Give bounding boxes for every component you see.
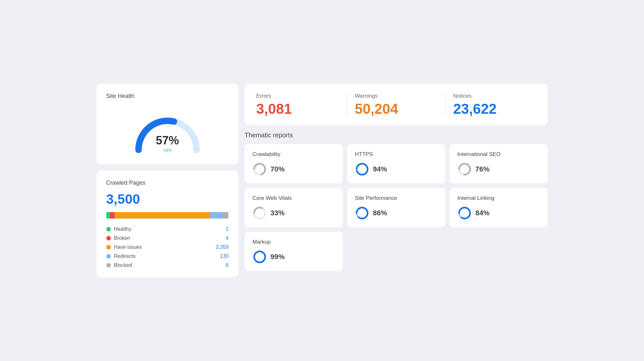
legend-label: Have issues	[114, 244, 213, 250]
report-card[interactable]: Crawlability 70%	[245, 144, 343, 183]
donut-chart	[355, 162, 369, 176]
report-name: Markup	[253, 239, 335, 245]
bar-segment	[115, 212, 210, 219]
crawled-pages-title: Crawled Pages	[106, 180, 229, 186]
svg-point-3	[357, 164, 368, 175]
report-card[interactable]: International SEO 76%	[450, 144, 548, 183]
donut-chart	[457, 162, 472, 176]
report-percent: 76%	[476, 165, 490, 173]
legend-label: Redirects	[114, 253, 217, 259]
legend-dot	[106, 263, 111, 268]
report-percent: 33%	[271, 209, 285, 217]
svg-point-9	[357, 208, 368, 219]
gauge-container: 57% +4%	[106, 105, 229, 156]
list-item: Have issues 3,359	[106, 244, 229, 250]
site-health-card: Site Health 57% +4%	[97, 84, 238, 164]
list-item: Blocked 6	[106, 262, 229, 268]
donut-chart	[253, 206, 267, 220]
report-name: Crawlability	[253, 151, 335, 158]
legend-value: 1	[226, 226, 229, 232]
errors-value: 3,081	[256, 102, 339, 116]
thematic-title: Thematic reports	[245, 132, 548, 139]
report-name: Internal Linking	[457, 195, 540, 201]
report-percent: 86%	[373, 209, 387, 217]
metrics-card: Errors 3,081 Warnings 50,204 Notices 23,…	[245, 84, 548, 125]
legend-list: Healthy 1 Broken 4 Have issues 3,359 Red…	[106, 226, 229, 268]
notices-metric: Notices 23,622	[446, 93, 536, 116]
report-name: Core Web Vitals	[253, 195, 335, 201]
warnings-metric: Warnings 50,204	[347, 93, 445, 116]
report-metric: 76%	[457, 162, 540, 176]
site-health-title: Site Health	[106, 93, 229, 100]
bar-segment	[110, 212, 115, 219]
donut-chart	[355, 206, 369, 220]
report-metric: 70%	[253, 162, 335, 176]
legend-dot	[106, 227, 111, 231]
report-metric: 86%	[355, 206, 437, 220]
report-name: HTTPS	[355, 151, 437, 158]
donut-chart	[253, 162, 267, 176]
bar-segment	[210, 212, 222, 219]
errors-label: Errors	[256, 93, 339, 99]
legend-label: Broken	[114, 235, 223, 241]
svg-point-13	[254, 251, 265, 262]
report-metric: 99%	[253, 250, 335, 264]
bar-segment	[222, 212, 228, 219]
crawled-pages-card: Crawled Pages 3,500 Healthy 1 Broken 4 H…	[97, 171, 238, 277]
report-metric: 33%	[253, 206, 335, 220]
donut-chart	[253, 250, 267, 264]
reports-grid: Crawlability 70% HTTPS 94% Internation	[245, 144, 548, 271]
legend-value: 6	[226, 262, 229, 268]
list-item: Healthy 1	[106, 226, 229, 232]
legend-dot	[106, 245, 111, 249]
report-percent: 94%	[373, 165, 387, 173]
list-item: Broken 4	[106, 235, 229, 241]
report-card[interactable]: Core Web Vitals 33%	[245, 188, 343, 227]
dashboard: Site Health 57% +4% Crawled Pages 3,500	[97, 84, 548, 277]
report-metric: 84%	[457, 206, 540, 220]
report-percent: 99%	[271, 253, 285, 261]
notices-value: 23,622	[453, 102, 536, 116]
bar-segment	[106, 212, 110, 219]
legend-label: Healthy	[114, 226, 223, 232]
report-name: International SEO	[457, 151, 540, 158]
report-card[interactable]: HTTPS 94%	[347, 144, 445, 183]
legend-value: 130	[220, 253, 229, 259]
report-card[interactable]: Internal Linking 84%	[450, 188, 548, 227]
warnings-label: Warnings	[355, 93, 437, 99]
pages-bar	[106, 212, 229, 219]
crawled-count: 3,500	[106, 191, 229, 207]
legend-label: Blocked	[114, 262, 223, 268]
thematic-section: Thematic reports Crawlability 70% HTTPS	[245, 132, 548, 271]
warnings-value: 50,204	[355, 102, 437, 116]
notices-label: Notices	[453, 93, 536, 99]
legend-value: 4	[226, 235, 229, 241]
list-item: Redirects 130	[106, 253, 229, 259]
legend-value: 3,359	[216, 244, 228, 250]
gauge-center: 57% +4%	[156, 134, 179, 153]
donut-chart	[457, 206, 472, 220]
errors-metric: Errors 3,081	[256, 93, 347, 116]
legend-dot	[106, 254, 111, 259]
left-column: Site Health 57% +4% Crawled Pages 3,500	[97, 84, 238, 277]
legend-dot	[106, 236, 111, 240]
report-card[interactable]: Site Performance 86%	[347, 188, 445, 227]
report-metric: 94%	[355, 162, 437, 176]
report-percent: 84%	[476, 209, 490, 217]
gauge-percent: 57%	[156, 134, 179, 147]
report-card[interactable]: Markup 99%	[245, 232, 343, 271]
right-column: Errors 3,081 Warnings 50,204 Notices 23,…	[245, 84, 548, 277]
report-name: Site Performance	[355, 195, 437, 201]
report-percent: 70%	[271, 165, 285, 173]
gauge-change: +4%	[163, 148, 172, 153]
